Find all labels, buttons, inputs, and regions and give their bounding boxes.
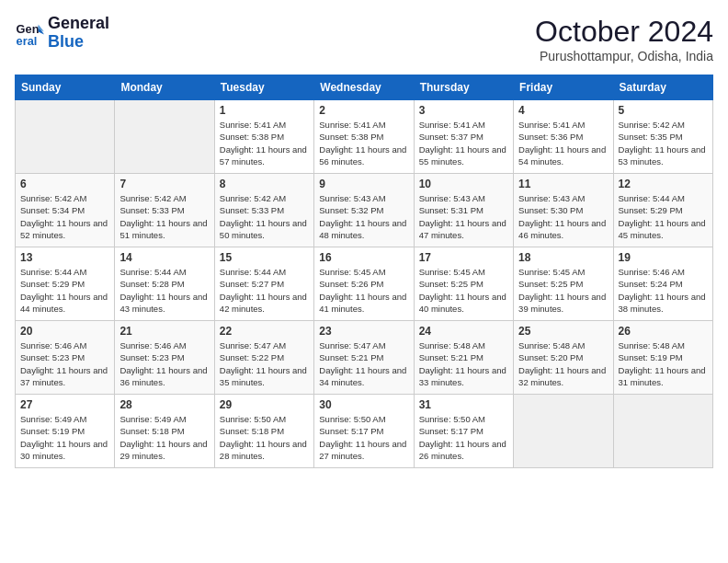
day-cell: 25Sunrise: 5:48 AM Sunset: 5:20 PM Dayli… (514, 321, 613, 395)
day-number: 9 (319, 178, 408, 190)
day-info: Sunrise: 5:43 AM Sunset: 5:31 PM Dayligh… (419, 192, 508, 241)
day-cell (514, 395, 613, 468)
day-info: Sunrise: 5:47 AM Sunset: 5:21 PM Dayligh… (319, 339, 408, 388)
day-number: 7 (119, 178, 209, 190)
day-info: Sunrise: 5:49 AM Sunset: 5:18 PM Dayligh… (119, 413, 209, 462)
day-info: Sunrise: 5:46 AM Sunset: 5:23 PM Dayligh… (20, 339, 109, 388)
day-cell: 28Sunrise: 5:49 AM Sunset: 5:18 PM Dayli… (115, 395, 214, 468)
day-cell: 22Sunrise: 5:47 AM Sunset: 5:22 PM Dayli… (214, 321, 313, 395)
day-number: 17 (419, 251, 508, 264)
calendar-table: SundayMondayTuesdayWednesdayThursdayFrid… (15, 75, 713, 468)
day-number: 20 (20, 325, 109, 338)
header-cell-tuesday: Tuesday (214, 75, 313, 100)
header-row: SundayMondayTuesdayWednesdayThursdayFrid… (16, 75, 713, 100)
day-number: 28 (119, 398, 209, 411)
day-info: Sunrise: 5:41 AM Sunset: 5:38 PM Dayligh… (220, 119, 309, 167)
day-info: Sunrise: 5:50 AM Sunset: 5:18 PM Dayligh… (220, 413, 309, 462)
day-number: 29 (220, 398, 309, 411)
day-cell: 4Sunrise: 5:41 AM Sunset: 5:36 PM Daylig… (514, 100, 613, 174)
day-cell: 14Sunrise: 5:44 AM Sunset: 5:28 PM Dayli… (115, 247, 214, 321)
page-header: Gen eral General Blue October 2024 Purus… (15, 15, 713, 63)
week-row-3: 13Sunrise: 5:44 AM Sunset: 5:29 PM Dayli… (16, 247, 713, 321)
header-cell-friday: Friday (514, 75, 613, 100)
day-cell: 31Sunrise: 5:50 AM Sunset: 5:17 PM Dayli… (414, 395, 513, 468)
day-cell: 30Sunrise: 5:50 AM Sunset: 5:17 PM Dayli… (314, 395, 414, 468)
day-info: Sunrise: 5:42 AM Sunset: 5:33 PM Dayligh… (119, 192, 209, 241)
location: Purushottampur, Odisha, India (535, 49, 713, 63)
day-info: Sunrise: 5:48 AM Sunset: 5:21 PM Dayligh… (419, 339, 508, 388)
day-cell: 18Sunrise: 5:45 AM Sunset: 5:25 PM Dayli… (514, 247, 613, 321)
day-info: Sunrise: 5:41 AM Sunset: 5:36 PM Dayligh… (518, 119, 608, 167)
logo-icon: Gen eral (15, 18, 44, 48)
day-info: Sunrise: 5:50 AM Sunset: 5:17 PM Dayligh… (419, 413, 508, 462)
day-number: 3 (419, 104, 508, 117)
day-cell: 1Sunrise: 5:41 AM Sunset: 5:38 PM Daylig… (214, 100, 313, 174)
day-cell: 6Sunrise: 5:42 AM Sunset: 5:34 PM Daylig… (16, 174, 115, 247)
day-number: 4 (518, 104, 608, 117)
header-cell-sunday: Sunday (16, 75, 115, 100)
day-info: Sunrise: 5:42 AM Sunset: 5:35 PM Dayligh… (619, 119, 708, 167)
day-info: Sunrise: 5:41 AM Sunset: 5:38 PM Dayligh… (319, 119, 408, 167)
week-row-4: 20Sunrise: 5:46 AM Sunset: 5:23 PM Dayli… (16, 321, 713, 395)
day-info: Sunrise: 5:45 AM Sunset: 5:25 PM Dayligh… (419, 266, 508, 315)
day-info: Sunrise: 5:44 AM Sunset: 5:28 PM Dayligh… (119, 266, 209, 315)
day-cell: 10Sunrise: 5:43 AM Sunset: 5:31 PM Dayli… (414, 174, 513, 247)
day-number: 16 (319, 251, 408, 264)
day-info: Sunrise: 5:45 AM Sunset: 5:26 PM Dayligh… (319, 266, 408, 315)
day-cell (613, 395, 712, 468)
day-number: 13 (20, 251, 109, 264)
day-info: Sunrise: 5:44 AM Sunset: 5:29 PM Dayligh… (619, 192, 708, 241)
day-number: 2 (319, 104, 408, 117)
day-number: 19 (619, 251, 708, 264)
day-number: 11 (518, 178, 608, 190)
day-number: 24 (419, 325, 508, 338)
day-number: 27 (20, 398, 109, 411)
day-cell: 21Sunrise: 5:46 AM Sunset: 5:23 PM Dayli… (115, 321, 214, 395)
day-cell: 29Sunrise: 5:50 AM Sunset: 5:18 PM Dayli… (214, 395, 313, 468)
header-cell-monday: Monday (115, 75, 214, 100)
day-number: 26 (619, 325, 708, 338)
day-info: Sunrise: 5:49 AM Sunset: 5:19 PM Dayligh… (20, 413, 109, 462)
day-info: Sunrise: 5:43 AM Sunset: 5:30 PM Dayligh… (518, 192, 608, 241)
day-info: Sunrise: 5:50 AM Sunset: 5:17 PM Dayligh… (319, 413, 408, 462)
day-cell: 16Sunrise: 5:45 AM Sunset: 5:26 PM Dayli… (314, 247, 414, 321)
day-number: 10 (419, 178, 508, 190)
day-cell: 26Sunrise: 5:48 AM Sunset: 5:19 PM Dayli… (613, 321, 712, 395)
header-cell-wednesday: Wednesday (314, 75, 414, 100)
day-cell: 3Sunrise: 5:41 AM Sunset: 5:37 PM Daylig… (414, 100, 513, 174)
week-row-2: 6Sunrise: 5:42 AM Sunset: 5:34 PM Daylig… (16, 174, 713, 247)
day-info: Sunrise: 5:48 AM Sunset: 5:20 PM Dayligh… (518, 339, 608, 388)
week-row-1: 1Sunrise: 5:41 AM Sunset: 5:38 PM Daylig… (16, 100, 713, 174)
day-cell: 23Sunrise: 5:47 AM Sunset: 5:21 PM Dayli… (314, 321, 414, 395)
day-cell: 20Sunrise: 5:46 AM Sunset: 5:23 PM Dayli… (16, 321, 115, 395)
day-number: 12 (619, 178, 708, 190)
day-cell: 19Sunrise: 5:46 AM Sunset: 5:24 PM Dayli… (613, 247, 712, 321)
day-info: Sunrise: 5:48 AM Sunset: 5:19 PM Dayligh… (619, 339, 708, 388)
svg-text:eral: eral (17, 34, 38, 48)
day-number: 30 (319, 398, 408, 411)
day-info: Sunrise: 5:41 AM Sunset: 5:37 PM Dayligh… (419, 119, 508, 167)
day-number: 5 (619, 104, 708, 117)
day-cell: 11Sunrise: 5:43 AM Sunset: 5:30 PM Dayli… (514, 174, 613, 247)
day-info: Sunrise: 5:47 AM Sunset: 5:22 PM Dayligh… (220, 339, 309, 388)
week-row-5: 27Sunrise: 5:49 AM Sunset: 5:19 PM Dayli… (16, 395, 713, 468)
day-cell: 12Sunrise: 5:44 AM Sunset: 5:29 PM Dayli… (613, 174, 712, 247)
day-cell: 7Sunrise: 5:42 AM Sunset: 5:33 PM Daylig… (115, 174, 214, 247)
day-number: 22 (220, 325, 309, 338)
day-number: 15 (220, 251, 309, 264)
day-info: Sunrise: 5:43 AM Sunset: 5:32 PM Dayligh… (319, 192, 408, 241)
day-info: Sunrise: 5:46 AM Sunset: 5:24 PM Dayligh… (619, 266, 708, 315)
calendar-header: SundayMondayTuesdayWednesdayThursdayFrid… (16, 75, 713, 100)
logo: Gen eral General Blue (15, 15, 109, 52)
day-cell: 2Sunrise: 5:41 AM Sunset: 5:38 PM Daylig… (314, 100, 414, 174)
day-cell: 13Sunrise: 5:44 AM Sunset: 5:29 PM Dayli… (16, 247, 115, 321)
day-number: 8 (220, 178, 309, 190)
day-cell (16, 100, 115, 174)
day-info: Sunrise: 5:44 AM Sunset: 5:29 PM Dayligh… (20, 266, 109, 315)
day-number: 18 (518, 251, 608, 264)
day-number: 1 (220, 104, 309, 117)
day-number: 25 (518, 325, 608, 338)
day-cell: 27Sunrise: 5:49 AM Sunset: 5:19 PM Dayli… (16, 395, 115, 468)
day-number: 14 (119, 251, 209, 264)
day-cell: 9Sunrise: 5:43 AM Sunset: 5:32 PM Daylig… (314, 174, 414, 247)
